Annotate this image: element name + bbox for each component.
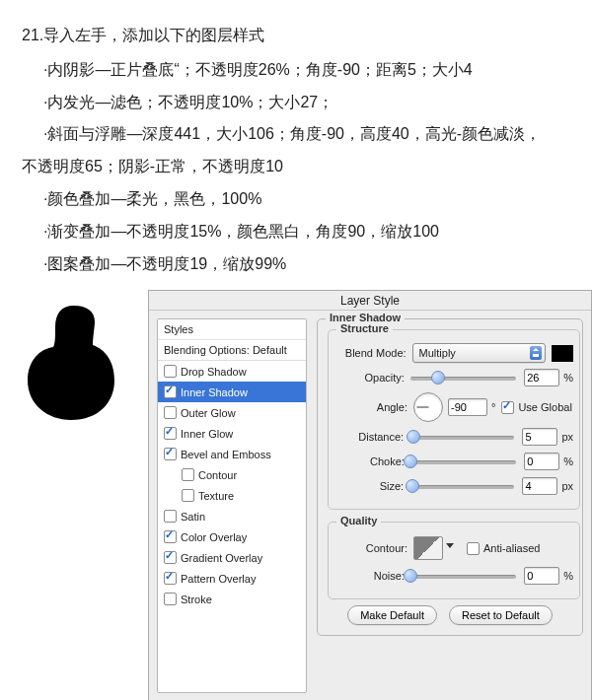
effect-label: Inner Shadow xyxy=(181,386,248,398)
checkbox-icon[interactable] xyxy=(164,448,177,460)
effect-gradient-overlay[interactable]: Gradient Overlay xyxy=(158,547,306,568)
checkbox-icon[interactable] xyxy=(164,551,177,564)
distance-unit: px xyxy=(561,431,573,443)
effect-bevel-emboss[interactable]: Bevel and Emboss xyxy=(158,444,306,464)
inner-shadow-group: Inner Shadow Structure Blend Mode: Multi… xyxy=(317,318,583,636)
sub-group-label: Structure xyxy=(336,322,393,334)
step-title: 21.导入左手，添加以下的图层样式 xyxy=(22,20,570,52)
angle-label: Angle: xyxy=(334,401,413,413)
instr-line: ·渐变叠加—不透明度15%，颜色黑白，角度90，缩放100 xyxy=(22,216,570,248)
instr-line: ·内发光—滤色；不透明度10%；大小27； xyxy=(22,87,570,119)
effect-label: Bevel and Emboss xyxy=(181,449,271,460)
choke-label: Choke: xyxy=(334,455,410,467)
effect-label: Inner Glow xyxy=(181,428,233,440)
left-hand-shape xyxy=(0,290,148,428)
effect-label: Drop Shadow xyxy=(181,366,247,378)
checkbox-icon[interactable] xyxy=(182,489,194,502)
instr-line: ·颜色叠加—柔光，黑色，100% xyxy=(22,183,570,216)
reset-default-button[interactable]: Reset to Default xyxy=(449,605,553,625)
quality-label: Quality xyxy=(336,515,381,526)
effect-settings: Inner Shadow Structure Blend Mode: Multi… xyxy=(317,318,591,700)
effect-stroke[interactable]: Stroke xyxy=(158,589,306,609)
angle-input[interactable] xyxy=(448,398,487,416)
checkbox-icon[interactable] xyxy=(164,406,177,419)
instructions-block: 21.导入左手，添加以下的图层样式 ·内阴影—正片叠底“；不透明度26%；角度-… xyxy=(0,0,592,290)
effect-label: Outer Glow xyxy=(181,407,236,419)
effect-outer-glow[interactable]: Outer Glow xyxy=(158,402,306,423)
distance-label: Distance: xyxy=(334,431,409,443)
size-label: Size: xyxy=(334,480,409,492)
use-global-label: Use Global xyxy=(518,401,571,413)
choke-input[interactable] xyxy=(524,453,559,470)
effect-label: Pattern Overlay xyxy=(181,573,256,585)
styles-header[interactable]: Styles xyxy=(158,319,306,340)
instr-line: ·图案叠加—不透明度19，缩放99% xyxy=(22,248,570,281)
use-global-checkbox[interactable] xyxy=(501,401,514,414)
effect-contour[interactable]: Contour xyxy=(158,464,306,485)
noise-unit: % xyxy=(563,570,573,582)
distance-slider[interactable] xyxy=(409,429,514,445)
quality-group: Quality Contour: Anti-aliased Noise: xyxy=(328,522,580,599)
instr-line: ·内阴影—正片叠底“；不透明度26%；角度-90；距离5；大小4 xyxy=(22,54,570,87)
effect-label: Gradient Overlay xyxy=(181,552,262,564)
effect-label: Color Overlay xyxy=(181,531,247,543)
make-default-button[interactable]: Make Default xyxy=(347,605,437,625)
effect-label: Contour xyxy=(198,469,237,481)
anti-aliased-label: Anti-aliased xyxy=(483,542,540,554)
panel-title: Layer Style xyxy=(149,291,591,311)
choke-unit: % xyxy=(563,455,573,467)
opacity-unit: % xyxy=(563,372,573,384)
checkbox-icon[interactable] xyxy=(182,468,194,481)
angle-dial[interactable] xyxy=(413,392,443,422)
color-swatch[interactable] xyxy=(552,345,573,362)
noise-input[interactable] xyxy=(524,567,559,585)
blend-mode-label: Blend Mode: xyxy=(334,347,412,359)
styles-list: Styles Blending Options: Default Drop Sh… xyxy=(157,318,307,693)
anti-aliased-checkbox[interactable] xyxy=(467,542,480,555)
noise-label: Noise: xyxy=(334,570,410,582)
checkbox-icon[interactable] xyxy=(164,593,177,605)
blend-mode-select[interactable]: Multiply xyxy=(412,343,547,363)
noise-slider[interactable] xyxy=(410,568,516,584)
size-unit: px xyxy=(561,480,573,492)
choke-slider[interactable] xyxy=(410,454,516,469)
size-slider[interactable] xyxy=(409,478,514,494)
angle-unit: ° xyxy=(491,401,495,413)
effect-inner-shadow[interactable]: Inner Shadow xyxy=(158,382,306,402)
effect-color-overlay[interactable]: Color Overlay xyxy=(158,526,306,547)
opacity-input[interactable] xyxy=(524,369,559,386)
checkbox-icon[interactable] xyxy=(164,572,177,585)
structure-group: Structure Blend Mode: Multiply Opacity: xyxy=(328,329,580,510)
blending-options-row[interactable]: Blending Options: Default xyxy=(158,340,306,361)
effect-label: Satin xyxy=(181,511,205,523)
size-input[interactable] xyxy=(522,477,557,495)
contour-label: Contour: xyxy=(334,542,413,554)
effect-inner-glow[interactable]: Inner Glow xyxy=(158,423,306,444)
effect-satin[interactable]: Satin xyxy=(158,506,306,526)
opacity-label: Opacity: xyxy=(334,372,410,384)
layer-style-panel: Layer Style Styles Blending Options: Def… xyxy=(148,290,592,700)
checkbox-icon[interactable] xyxy=(164,385,177,398)
effect-label: Stroke xyxy=(181,594,212,605)
checkbox-icon[interactable] xyxy=(164,365,177,378)
contour-picker[interactable] xyxy=(413,536,443,560)
checkbox-icon[interactable] xyxy=(164,530,177,543)
checkbox-icon[interactable] xyxy=(164,427,177,440)
blend-mode-value: Multiply xyxy=(419,347,456,359)
instr-line: 不透明度65；阴影-正常，不透明度10 xyxy=(22,151,570,183)
checkbox-icon[interactable] xyxy=(164,510,177,523)
instr-line: ·斜面与浮雕—深度441，大小106；角度-90，高度40，高光-颜色减淡， xyxy=(22,118,570,151)
opacity-slider[interactable] xyxy=(410,370,516,385)
distance-input[interactable] xyxy=(522,428,557,446)
effect-pattern-overlay[interactable]: Pattern Overlay xyxy=(158,568,306,589)
effect-label: Texture xyxy=(198,490,234,502)
effect-drop-shadow[interactable]: Drop Shadow xyxy=(158,361,306,382)
effect-texture[interactable]: Texture xyxy=(158,485,306,506)
